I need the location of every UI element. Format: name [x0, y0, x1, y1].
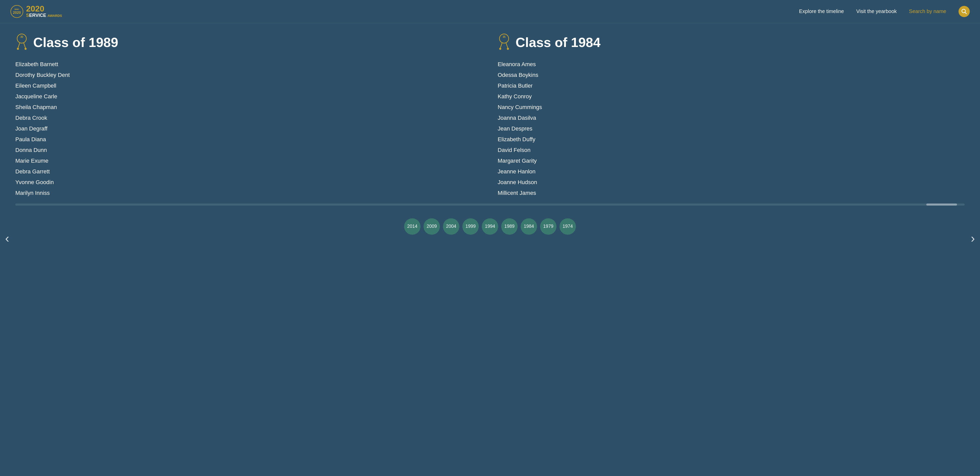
- logo-service-s: S: [26, 13, 29, 18]
- main-nav: Explore the timeline Visit the yearbook …: [799, 6, 970, 17]
- svg-point-15: [499, 48, 501, 50]
- logo-text: 2020 SERVICE AWARDS: [26, 5, 62, 18]
- name-item[interactable]: Joanna Dasilva: [498, 113, 965, 123]
- svg-point-10: [25, 48, 27, 50]
- name-item[interactable]: Millicent James: [498, 188, 965, 198]
- svg-line-13: [500, 42, 502, 48]
- class-1984-name-list: Eleanora AmesOdessa BoykinsPatricia Butl…: [498, 59, 965, 198]
- search-icon: [961, 9, 967, 14]
- logo-awards: AWARDS: [48, 14, 62, 17]
- name-item[interactable]: Odessa Boykins: [498, 70, 965, 81]
- logo: BMC 2020 2020 SERVICE AWARDS: [10, 5, 62, 18]
- name-item[interactable]: Debra Garrett: [15, 166, 482, 177]
- class-1989-title: Class of 1989: [33, 35, 118, 50]
- timeline-year-dot[interactable]: 1984: [521, 218, 537, 235]
- timeline-year-dot[interactable]: 1974: [560, 218, 576, 235]
- timeline-year-dot[interactable]: 2009: [423, 218, 440, 235]
- name-item[interactable]: Eileen Campbell: [15, 81, 482, 91]
- class-1984-column: 35 Class of 1984 Eleanora AmesOdessa Boy…: [498, 33, 965, 198]
- next-arrow-button[interactable]: ›: [971, 231, 975, 245]
- name-item[interactable]: Marilyn Inniss: [15, 188, 482, 198]
- name-item[interactable]: Paula Diana: [15, 134, 482, 145]
- class-1989-column: 30 Class of 1989 Elizabeth BarnettDoroth…: [15, 33, 482, 198]
- name-item[interactable]: Eleanora Ames: [498, 59, 965, 70]
- svg-text:2020: 2020: [13, 11, 21, 14]
- svg-line-14: [506, 42, 508, 48]
- yearbook-nav-link[interactable]: Visit the yearbook: [856, 8, 897, 14]
- svg-line-7: [18, 42, 20, 48]
- horizontal-scrollbar[interactable]: [15, 203, 965, 206]
- name-item[interactable]: Elizabeth Barnett: [15, 59, 482, 70]
- classes-container: 30 Class of 1989 Elizabeth BarnettDoroth…: [15, 33, 965, 198]
- svg-text:BMC: BMC: [14, 8, 19, 11]
- scrollbar-thumb: [926, 203, 957, 206]
- class-1984-title: Class of 1984: [515, 35, 600, 50]
- name-item[interactable]: Dorothy Buckley Dent: [15, 70, 482, 81]
- logo-year: 2020: [26, 4, 44, 13]
- name-item[interactable]: Jean Despres: [498, 123, 965, 134]
- timeline-year-dot[interactable]: 1994: [482, 218, 498, 235]
- name-item[interactable]: Jeanne Hanlon: [498, 166, 965, 177]
- class-1989-header: 30 Class of 1989: [15, 33, 482, 51]
- timeline-year-dot[interactable]: 1989: [501, 218, 518, 235]
- class-1984-medal-icon: 35: [498, 33, 511, 51]
- name-item[interactable]: Joanne Hudson: [498, 177, 965, 188]
- name-item[interactable]: Yvonne Goodin: [15, 177, 482, 188]
- logo-icon: BMC 2020: [10, 5, 24, 18]
- name-item[interactable]: Sheila Chapman: [15, 102, 482, 113]
- name-item[interactable]: Donna Dunn: [15, 145, 482, 155]
- name-item[interactable]: David Felson: [498, 145, 965, 155]
- main-content: 30 Class of 1989 Elizabeth BarnettDoroth…: [0, 23, 980, 211]
- svg-point-16: [507, 48, 509, 50]
- search-nav-link[interactable]: Search by name: [909, 8, 946, 14]
- name-item[interactable]: Elizabeth Duffy: [498, 134, 965, 145]
- class-1989-name-list: Elizabeth BarnettDorothy Buckley DentEil…: [15, 59, 482, 198]
- timeline-dots: 201420092004199919941989198419791974: [0, 211, 980, 240]
- name-item[interactable]: Debra Crook: [15, 113, 482, 123]
- svg-line-8: [24, 42, 25, 48]
- name-item[interactable]: Jacqueline Carle: [15, 91, 482, 102]
- header: BMC 2020 2020 SERVICE AWARDS Explore the…: [0, 0, 980, 23]
- timeline-year-dot[interactable]: 2014: [404, 218, 420, 235]
- search-button[interactable]: [959, 6, 970, 17]
- timeline-nav-link[interactable]: Explore the timeline: [799, 8, 844, 14]
- name-item[interactable]: Margaret Garity: [498, 155, 965, 166]
- class-1984-header: 35 Class of 1984: [498, 33, 965, 51]
- svg-text:35: 35: [503, 35, 506, 38]
- svg-text:30: 30: [20, 35, 23, 38]
- class-1989-medal-icon: 30: [15, 33, 28, 51]
- logo-service-rest: ERVICE: [29, 13, 46, 18]
- name-item[interactable]: Marie Exume: [15, 155, 482, 166]
- name-item[interactable]: Kathy Conroy: [498, 91, 965, 102]
- name-item[interactable]: Joan Degraff: [15, 123, 482, 134]
- name-item[interactable]: Nancy Cummings: [498, 102, 965, 113]
- timeline-year-dot[interactable]: 1999: [462, 218, 479, 235]
- timeline-year-dot[interactable]: 2004: [443, 218, 459, 235]
- prev-arrow-button[interactable]: ‹: [5, 231, 9, 245]
- svg-point-9: [17, 48, 19, 50]
- name-item[interactable]: Patricia Butler: [498, 81, 965, 91]
- svg-line-4: [965, 12, 967, 14]
- timeline-year-dot[interactable]: 1979: [540, 218, 557, 235]
